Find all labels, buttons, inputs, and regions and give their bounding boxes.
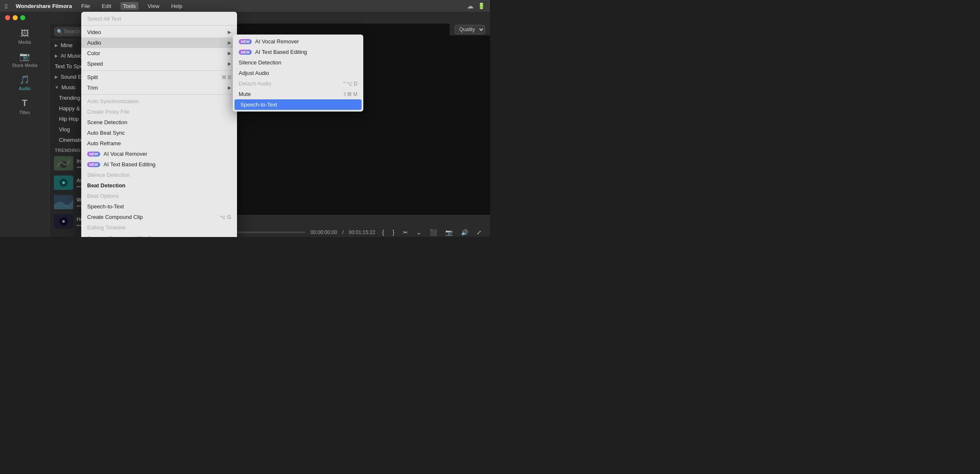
- dd-beat-options: Beat Options: [81, 191, 237, 201]
- cut-button[interactable]: ✂: [401, 227, 410, 237]
- cinematic-label: Cinematic: [59, 137, 83, 143]
- arrow-right-icon: ▶: [228, 85, 231, 91]
- dd-proxy: Create Proxy File: [81, 107, 237, 117]
- ai-music-label: AI Music: [61, 53, 82, 59]
- tools-dropdown: Select All Text Video ▶ Audio ▶ Color ▶ …: [81, 12, 237, 237]
- total-time: 00:01:15:22: [349, 229, 375, 235]
- camera-button[interactable]: 📷: [444, 227, 454, 237]
- track-thumb-1: [54, 156, 73, 170]
- current-time: 00:00:00:00: [310, 229, 337, 235]
- media-icon: 🖼: [21, 29, 29, 38]
- quality-bar: Quality: [450, 24, 490, 35]
- new-badge-ai-vocal: NEW: [87, 152, 100, 157]
- detach-shortcut: ⌃⌥ D: [342, 81, 357, 87]
- mine-label: Mine: [61, 42, 72, 48]
- dd-auto-sync: Auto Synchronization: [81, 96, 237, 107]
- arrow-right-icon: ▶: [228, 40, 231, 45]
- battery-icon: 🔋: [478, 3, 485, 9]
- dd-speech-to-text-sub[interactable]: Speech-to-Text: [234, 99, 362, 110]
- dd-select-all-text: Select All Text: [81, 13, 237, 24]
- mark-in-button[interactable]: {: [381, 227, 386, 237]
- fullscreen-button[interactable]: ⤢: [475, 227, 483, 237]
- audio-icon: 🎵: [19, 75, 30, 85]
- mark-out-button[interactable]: }: [391, 227, 396, 237]
- dd-auto-beat[interactable]: Auto Beat Sync: [81, 128, 237, 138]
- dd-ai-text-editing[interactable]: NEW AI Text Based Editing: [233, 47, 363, 57]
- quality-select[interactable]: Quality: [455, 25, 485, 34]
- track-thumb-4: [54, 214, 73, 229]
- sidebar-item-media[interactable]: 🖼 Media: [0, 25, 49, 48]
- dd-split[interactable]: Split ⌘ B: [81, 72, 237, 83]
- chevron-down-icon[interactable]: ⌄: [415, 227, 423, 237]
- track-thumb-3: [54, 195, 73, 209]
- dd-ai-vocal[interactable]: NEW AI Vocal Remover: [81, 149, 237, 159]
- audio-submenu: NEW AI Vocal Remover NEW AI Text Based E…: [233, 35, 363, 112]
- menu-item-tools[interactable]: Tools: [120, 2, 138, 10]
- dd-save-compound: Save as Compound Clip Custom: [81, 233, 237, 237]
- creative-cloud-icon: ☁: [467, 2, 474, 10]
- dd-ai-vocal-remover[interactable]: NEW AI Vocal Remover: [233, 36, 363, 47]
- menu-bar-right: ☁ 🔋: [467, 2, 485, 10]
- dd-speech-to-text[interactable]: Speech-to-Text: [81, 201, 237, 212]
- arrow-right-icon: ▶: [228, 51, 231, 56]
- mute-shortcut: ⇧⌘ M: [343, 91, 357, 97]
- svg-point-4: [62, 181, 65, 184]
- dd-ai-text[interactable]: NEW AI Text Based Editing: [81, 159, 237, 170]
- search-icon: 🔍: [57, 29, 63, 35]
- dd-speed[interactable]: Speed ▶: [81, 59, 237, 69]
- dd-silence: Silence Detection: [81, 170, 237, 180]
- dd-sep-1: [81, 25, 237, 26]
- menu-bar:  Wondershare Filmora File Edit Tools Vi…: [0, 0, 490, 12]
- new-badge-ai-text: NEW: [87, 162, 100, 167]
- dd-sep-3: [81, 94, 237, 95]
- dd-beat-detection[interactable]: Beat Detection: [81, 180, 237, 191]
- arrow-right-icon: ▶: [228, 29, 231, 35]
- track-thumb-2: [54, 176, 73, 190]
- app-name: Wondershare Filmora: [16, 3, 72, 9]
- split-shortcut: ⌘ B: [221, 75, 231, 80]
- sidebar: 🖼 Media 📷 Stock Media 🎵 Audio T Titles: [0, 24, 50, 237]
- vlog-label: Vlog: [59, 126, 70, 133]
- dd-detach-audio: Detach Audio ⌃⌥ D: [233, 78, 363, 89]
- dd-silence-detection[interactable]: Silence Detection: [233, 57, 363, 68]
- apple-logo: : [5, 3, 7, 10]
- new-badge-text-editing: NEW: [239, 50, 252, 55]
- volume-button[interactable]: 🔊: [459, 227, 470, 237]
- arrow-mine: ▶: [55, 43, 58, 48]
- sidebar-item-stock-media[interactable]: 📷 Stock Media: [0, 48, 49, 71]
- dd-mute[interactable]: Mute ⇧⌘ M: [233, 89, 363, 99]
- dd-auto-reframe[interactable]: Auto Reframe: [81, 138, 237, 149]
- music-label: Music: [61, 84, 76, 91]
- dd-video[interactable]: Video ▶: [81, 27, 237, 37]
- arrow-sound-effect: ▶: [55, 75, 58, 79]
- menu-item-view[interactable]: View: [145, 2, 162, 10]
- minimize-button[interactable]: [13, 15, 18, 20]
- dd-color[interactable]: Color ▶: [81, 48, 237, 59]
- close-button[interactable]: [5, 15, 10, 20]
- maximize-button[interactable]: [20, 15, 25, 20]
- new-badge-vocal: NEW: [239, 39, 252, 44]
- arrow-right-icon: ▶: [228, 61, 231, 67]
- dd-compound-clip[interactable]: Create Compound Clip ⌥ G: [81, 212, 237, 222]
- dd-scene[interactable]: Scene Detection: [81, 117, 237, 128]
- trending-label: Trending: [59, 95, 80, 101]
- menu-item-edit[interactable]: Edit: [99, 2, 114, 10]
- arrow-music: ▼: [55, 85, 59, 90]
- stock-media-icon: 📷: [19, 51, 30, 61]
- menu-item-help[interactable]: Help: [169, 2, 185, 10]
- dd-audio[interactable]: Audio ▶: [81, 37, 237, 48]
- arrow-ai-music: ▶: [55, 53, 58, 58]
- titles-icon: T: [22, 98, 27, 109]
- traffic-lights: [0, 12, 490, 24]
- dd-adjust-audio[interactable]: Adjust Audio: [233, 68, 363, 78]
- compound-shortcut: ⌥ G: [220, 214, 231, 220]
- screen-button[interactable]: ⬛: [428, 227, 439, 237]
- svg-point-8: [62, 220, 65, 223]
- dd-trim[interactable]: Trim ▶: [81, 83, 237, 93]
- sidebar-item-audio[interactable]: 🎵 Audio: [0, 71, 49, 94]
- dd-sep-2: [81, 70, 237, 71]
- time-separator: /: [342, 229, 344, 235]
- sidebar-item-titles[interactable]: T Titles: [0, 94, 49, 118]
- dd-editing-timeline: Editing Timeline: [81, 222, 237, 233]
- menu-item-file[interactable]: File: [79, 2, 93, 10]
